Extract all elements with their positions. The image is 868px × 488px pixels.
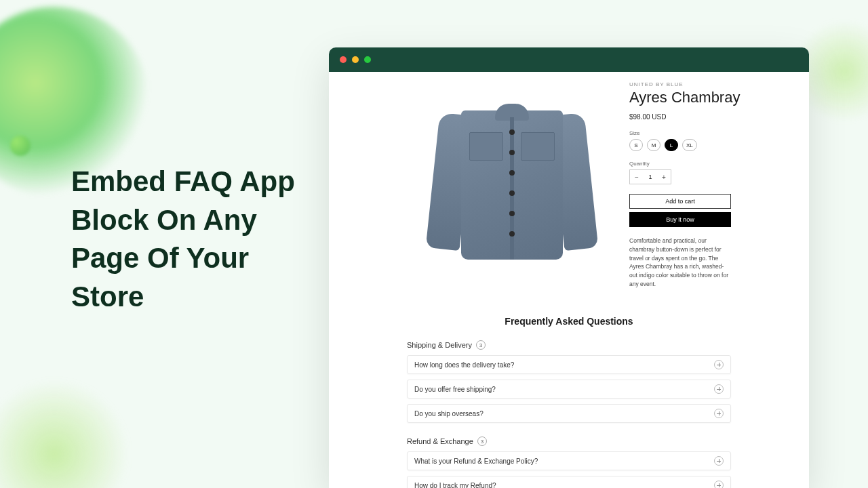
faq-item[interactable]: How long does the delivery take?	[407, 355, 731, 374]
size-option-m[interactable]: M	[647, 139, 660, 151]
expand-icon	[714, 481, 724, 488]
size-label: Size	[629, 130, 782, 136]
faq-category-label: Refund & Exchange	[407, 437, 473, 445]
close-icon[interactable]	[340, 56, 347, 63]
window-titlebar	[329, 47, 809, 72]
faq-category-refund: Refund & Exchange 3	[407, 436, 731, 446]
faq-count-badge: 3	[476, 340, 486, 350]
qty-increase-button[interactable]: +	[657, 174, 671, 181]
faq-question: Do you ship overseas?	[414, 410, 484, 418]
size-option-l[interactable]: L	[665, 139, 678, 151]
decorative-blob	[10, 136, 31, 156]
product-image	[407, 80, 617, 290]
faq-item[interactable]: Do you ship overseas?	[407, 404, 731, 423]
qty-value: 1	[644, 174, 657, 180]
marketing-headline: Embed FAQ App Block On Any Page Of Your …	[71, 163, 315, 317]
size-option-s[interactable]: S	[629, 139, 643, 151]
quantity-stepper: − 1 +	[629, 169, 671, 184]
quantity-label: Quantity	[629, 161, 782, 167]
faq-question: Do you offer free shipping?	[414, 386, 496, 393]
product-price: $98.00 USD	[629, 113, 782, 121]
faq-category-label: Shipping & Delivery	[407, 341, 472, 349]
faq-item[interactable]: What is your Refund & Exchange Policy?	[407, 451, 731, 470]
product-brand: UNITED BY BLUE	[629, 81, 782, 87]
expand-icon	[714, 456, 724, 466]
expand-icon	[714, 409, 724, 418]
faq-item[interactable]: Do you offer free shipping?	[407, 380, 731, 399]
minimize-icon[interactable]	[352, 56, 359, 63]
product-description: Comfortable and practical, our chambray …	[629, 237, 731, 289]
decorative-blob	[0, 380, 129, 488]
expand-icon	[714, 360, 724, 369]
faq-question: How long does the delivery take?	[414, 361, 514, 369]
browser-window: UNITED BY BLUE Ayres Chambray $98.00 USD…	[329, 47, 809, 488]
faq-heading: Frequently Asked Questions	[407, 316, 731, 327]
add-to-cart-button[interactable]: Add to cart	[629, 194, 731, 209]
product-title: Ayres Chambray	[629, 89, 782, 106]
faq-question: What is your Refund & Exchange Policy?	[414, 458, 538, 465]
faq-block: Frequently Asked Questions Shipping & De…	[329, 316, 809, 488]
shirt-illustration	[427, 90, 597, 280]
store-page: UNITED BY BLUE Ayres Chambray $98.00 USD…	[329, 72, 809, 488]
faq-count-badge: 3	[477, 436, 487, 446]
buy-now-button[interactable]: Buy it now	[629, 212, 731, 227]
faq-category-shipping: Shipping & Delivery 3	[407, 340, 731, 350]
expand-icon	[714, 384, 724, 394]
qty-decrease-button[interactable]: −	[630, 174, 644, 181]
maximize-icon[interactable]	[364, 56, 371, 63]
size-option-xl[interactable]: XL	[682, 139, 697, 151]
faq-item[interactable]: How do I track my Refund?	[407, 476, 731, 488]
faq-question: How do I track my Refund?	[414, 482, 496, 489]
size-selector: S M L XL	[629, 139, 782, 151]
